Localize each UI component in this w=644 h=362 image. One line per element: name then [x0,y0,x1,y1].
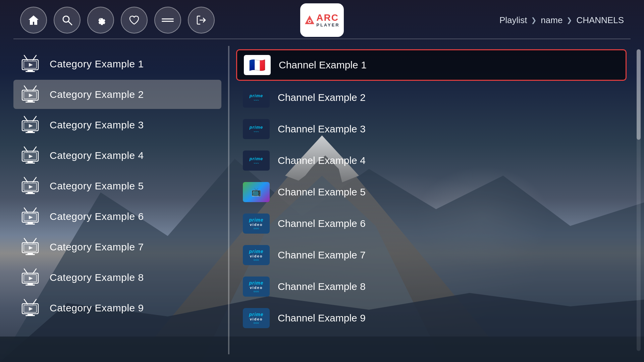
channel-name-6: Channel Example 6 [278,218,366,229]
channel-thumb-4: prime ~~~ [243,150,270,171]
category-name-5: Category Example 5 [50,180,144,192]
channel-item-7[interactable]: prime video ≈≈≈ Channel Example 7 [236,240,627,270]
svg-rect-55 [25,224,35,225]
scrollbar-thumb[interactable] [637,49,641,140]
channel-item-1[interactable]: 🇫🇷 Channel Example 1 [236,49,627,81]
category-name-9: Category Example 9 [50,302,144,314]
category-item-9[interactable]: Category Example 9 [13,293,221,322]
svg-rect-27 [25,102,35,103]
channel-thumb-8: prime video ≈≈≈ [243,277,270,297]
channel-item-3[interactable]: prime ~~~ Channel Example 3 [236,114,627,144]
tv-icon-4 [20,146,40,165]
svg-point-13 [309,21,311,22]
channel-item-9[interactable]: prime video ≈≈≈ Channel Example 9 [236,303,627,333]
svg-rect-68 [28,283,33,285]
logo: ARC PLAYER [300,3,344,37]
tv-icon-3 [20,116,40,134]
favorites-button[interactable] [121,7,148,34]
svg-rect-20 [25,71,35,72]
channel-thumb-5: 📺 [243,182,270,202]
channel-item-5[interactable]: 📺 Channel Example 5 [236,177,627,207]
channel-name-5: Channel Example 5 [278,186,366,198]
menu-button[interactable] [154,7,181,34]
category-item-7[interactable]: Category Example 7 [13,232,221,261]
channel-item-4[interactable]: prime ~~~ Channel Example 4 [236,146,627,175]
svg-rect-8 [162,18,174,19]
svg-line-7 [68,21,72,25]
channel-item-8[interactable]: prime video ≈≈≈ Channel Example 8 [236,272,627,301]
category-name-3: Category Example 3 [50,119,144,131]
category-name-2: Category Example 2 [50,89,144,100]
svg-rect-34 [25,132,35,133]
category-name-4: Category Example 4 [50,150,144,161]
category-name-8: Category Example 8 [50,272,144,283]
tv-icon-5 [20,177,40,195]
channel-name-4: Channel Example 4 [278,155,366,166]
channel-name-2: Channel Example 2 [278,92,366,103]
svg-rect-75 [28,314,33,315]
settings-button[interactable] [87,7,114,34]
channel-thumb-9: prime video ≈≈≈ [243,308,270,328]
svg-rect-48 [25,193,35,194]
svg-rect-41 [25,163,35,164]
category-item-5[interactable]: Category Example 5 [13,171,221,200]
channel-name-9: Channel Example 9 [278,312,366,324]
tv-icon-2 [20,85,40,104]
svg-rect-62 [25,254,35,255]
category-item-6[interactable]: Category Example 6 [13,202,221,231]
channel-thumb-1: 🇫🇷 [244,55,271,75]
channel-name-7: Channel Example 7 [278,249,366,261]
svg-rect-40 [28,161,33,163]
svg-rect-26 [28,100,33,102]
main-content: Category Example 1 Category Example 2 [0,39,644,354]
channel-name-3: Channel Example 3 [278,123,366,135]
channel-thumb-3: prime ~~~ [243,119,270,139]
channel-thumb-7: prime video ≈≈≈ [243,245,270,265]
category-item-4[interactable]: Category Example 4 [13,141,221,170]
nav-buttons [20,7,215,34]
category-item-3[interactable]: Category Example 3 [13,110,221,139]
home-button[interactable] [20,7,47,34]
scrollbar-track[interactable] [637,49,641,351]
svg-rect-69 [25,285,35,286]
chevron-icon-2: ❯ [567,16,572,24]
channel-item-2[interactable]: prime ~~~ Channel Example 2 [236,83,627,112]
exit-button[interactable] [188,7,215,34]
channel-name-8: Channel Example 8 [278,281,366,292]
svg-rect-33 [28,131,33,132]
breadcrumb: Playlist ❯ name ❯ CHANNELS [499,15,624,25]
chevron-icon-1: ❯ [531,16,537,24]
category-list: Category Example 1 Category Example 2 [0,46,228,354]
category-item-8[interactable]: Category Example 8 [13,263,221,292]
breadcrumb-name: name [541,15,562,25]
tv-icon-9 [20,299,40,317]
category-item-1[interactable]: Category Example 1 [13,49,221,78]
svg-rect-9 [162,21,174,22]
tv-icon-1 [20,55,40,73]
category-name-7: Category Example 7 [50,241,144,253]
svg-rect-19 [28,70,33,71]
svg-rect-47 [28,192,33,193]
breadcrumb-channels: CHANNELS [576,15,624,25]
logo-arc-text: ARC [316,13,340,22]
tv-icon-6 [20,207,40,226]
logo-player-text: PLAYER [316,22,340,27]
channel-thumb-2: prime ~~~ [243,87,270,108]
channel-thumb-6: prime video ≈≈≈ [243,214,270,234]
breadcrumb-playlist: Playlist [499,15,527,25]
channel-name-1: Channel Example 1 [279,59,367,71]
svg-rect-54 [28,222,33,224]
svg-rect-61 [28,253,33,254]
tv-icon-8 [20,268,40,287]
category-name-1: Category Example 1 [50,58,144,70]
search-button[interactable] [54,7,80,34]
channel-list: 🇫🇷 Channel Example 1 prime ~~~ Channel E… [229,46,633,354]
tv-icon-7 [20,238,40,256]
category-name-6: Category Example 6 [50,211,144,222]
svg-rect-76 [25,315,35,316]
channel-item-6[interactable]: prime video ≈≈≈ Channel Example 6 [236,209,627,238]
category-item-2[interactable]: Category Example 2 [13,80,221,109]
